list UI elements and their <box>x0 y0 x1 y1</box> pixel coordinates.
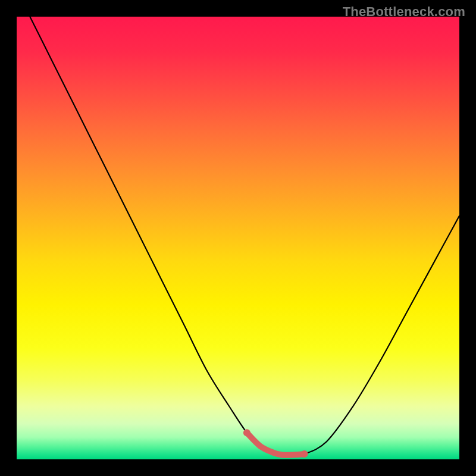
bottleneck-curve <box>30 17 459 455</box>
chart-frame: TheBottleneck.com <box>0 0 476 476</box>
plot-area <box>17 17 459 459</box>
curve-svg <box>17 17 459 459</box>
highlight-dot-right <box>301 450 308 458</box>
watermark-text: TheBottleneck.com <box>343 4 465 20</box>
highlight-dot-left <box>243 429 250 436</box>
highlight-segment <box>247 433 305 455</box>
